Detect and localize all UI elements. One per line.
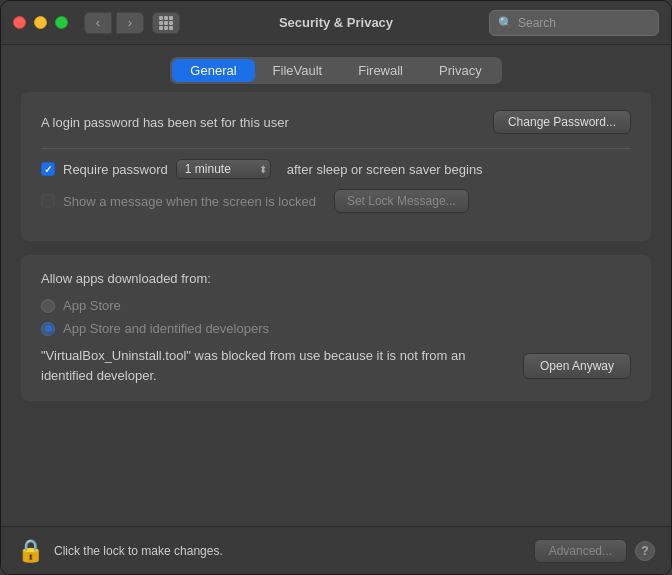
advanced-button[interactable]: Advanced... xyxy=(534,539,627,563)
search-icon: 🔍 xyxy=(498,16,513,30)
after-sleep-label: after sleep or screen saver begins xyxy=(287,162,483,177)
open-anyway-button[interactable]: Open Anyway xyxy=(523,353,631,379)
divider xyxy=(41,148,631,149)
close-button[interactable] xyxy=(13,16,26,29)
lock-message-label: Show a message when the screen is locked xyxy=(63,194,316,209)
lock-message-checkbox[interactable] xyxy=(41,194,55,208)
titlebar: ‹ › Security & Privacy 🔍 xyxy=(1,1,671,45)
window-title: Security & Privacy xyxy=(279,15,393,30)
change-password-button[interactable]: Change Password... xyxy=(493,110,631,134)
password-text: A login password has been set for this u… xyxy=(41,115,289,130)
set-lock-message-button[interactable]: Set Lock Message... xyxy=(334,189,469,213)
forward-icon: › xyxy=(128,15,132,30)
app-store-identified-label: App Store and identified developers xyxy=(63,321,269,336)
password-row: A login password has been set for this u… xyxy=(41,110,631,134)
forward-button[interactable]: › xyxy=(116,12,144,34)
tab-privacy[interactable]: Privacy xyxy=(421,59,500,82)
tab-general[interactable]: General xyxy=(172,59,254,82)
content-area: A login password has been set for this u… xyxy=(1,92,671,526)
app-store-identified-radio-row: App Store and identified developers xyxy=(41,321,631,336)
minimize-button[interactable] xyxy=(34,16,47,29)
downloads-section: Allow apps downloaded from: App Store Ap… xyxy=(21,255,651,401)
lock-label: Click the lock to make changes. xyxy=(54,544,534,558)
search-box[interactable]: 🔍 xyxy=(489,10,659,36)
downloads-title: Allow apps downloaded from: xyxy=(41,271,631,286)
search-input[interactable] xyxy=(518,16,650,30)
app-store-label: App Store xyxy=(63,298,121,313)
require-password-row: Require password 1 minute 5 minutes 15 m… xyxy=(41,159,631,179)
app-store-radio-row: App Store xyxy=(41,298,631,313)
blocked-row: "VirtualBox_Uninstall.tool" was blocked … xyxy=(41,346,631,385)
require-password-label: Require password xyxy=(63,162,168,177)
bottom-bar: 🔒 Click the lock to make changes. Advanc… xyxy=(1,526,671,574)
require-password-select[interactable]: 1 minute 5 minutes 15 minutes 1 hour imm… xyxy=(176,159,271,179)
tab-firewall[interactable]: Firewall xyxy=(340,59,421,82)
blocked-text: "VirtualBox_Uninstall.tool" was blocked … xyxy=(41,346,507,385)
require-password-checkbox[interactable] xyxy=(41,162,55,176)
grid-icon xyxy=(159,16,173,30)
main-window: ‹ › Security & Privacy 🔍 General FileVau… xyxy=(0,0,672,575)
tabs: General FileVault Firewall Privacy xyxy=(170,57,501,84)
back-icon: ‹ xyxy=(96,15,100,30)
grid-button[interactable] xyxy=(152,12,180,34)
back-button[interactable]: ‹ xyxy=(84,12,112,34)
lock-icon: 🔒 xyxy=(17,538,44,563)
lock-icon-wrapper: 🔒 xyxy=(17,538,44,564)
traffic-lights xyxy=(13,16,68,29)
maximize-button[interactable] xyxy=(55,16,68,29)
nav-buttons: ‹ › xyxy=(84,12,144,34)
help-button[interactable]: ? xyxy=(635,541,655,561)
lock-message-row: Show a message when the screen is locked… xyxy=(41,189,631,213)
tab-filevault[interactable]: FileVault xyxy=(255,59,341,82)
tabs-container: General FileVault Firewall Privacy xyxy=(1,45,671,92)
app-store-radio[interactable] xyxy=(41,299,55,313)
app-store-identified-radio[interactable] xyxy=(41,322,55,336)
general-section: A login password has been set for this u… xyxy=(21,92,651,241)
require-password-select-wrapper: 1 minute 5 minutes 15 minutes 1 hour imm… xyxy=(176,159,271,179)
